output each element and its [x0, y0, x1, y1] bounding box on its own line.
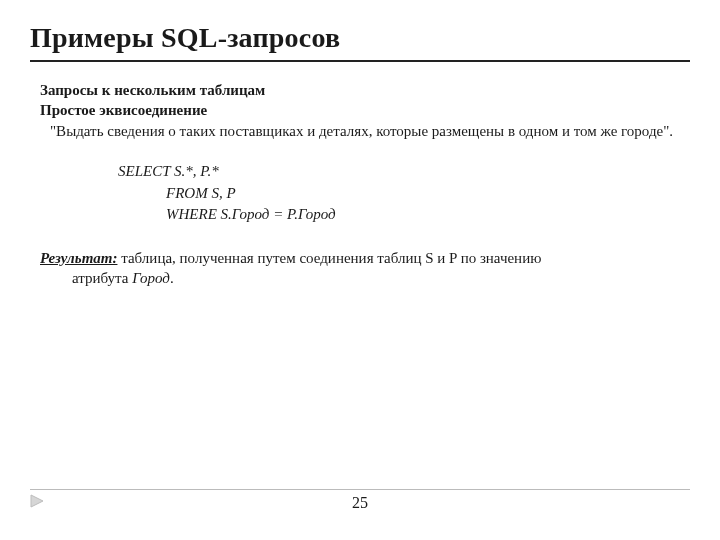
sql-from: FROM S, P	[118, 183, 690, 205]
result-text-line2: атрибута Город.	[40, 268, 680, 288]
footer-rule	[30, 489, 690, 490]
section-heading: Запросы к нескольким таблицам	[40, 80, 680, 100]
slide-title: Примеры SQL-запросов	[30, 22, 690, 54]
sql-where: WHERE S.Город = P.Город	[118, 204, 690, 226]
sql-select: SELECT S.*, P.*	[118, 161, 690, 183]
slide: Примеры SQL-запросов Запросы к нескольки…	[0, 0, 720, 540]
body-text: Запросы к нескольким таблицам Простое эк…	[30, 80, 690, 141]
title-block: Примеры SQL-запросов	[30, 22, 690, 62]
footer: 25	[30, 489, 690, 512]
result-attr: Город	[132, 270, 170, 286]
result-paragraph: Результат: таблица, полученная путем сое…	[30, 248, 690, 289]
footer-row: 25	[30, 494, 690, 512]
title-rule	[30, 60, 690, 62]
task-text: "Выдать сведения о таких поставщиках и д…	[40, 121, 680, 141]
result-text-line1: таблица, полученная путем соединения таб…	[117, 250, 541, 266]
sql-block: SELECT S.*, P.* FROM S, P WHERE S.Город …	[118, 161, 690, 226]
result-label: Результат:	[40, 250, 117, 266]
subsection-heading: Простое эквисоединение	[40, 100, 680, 120]
page-number: 25	[30, 494, 690, 512]
